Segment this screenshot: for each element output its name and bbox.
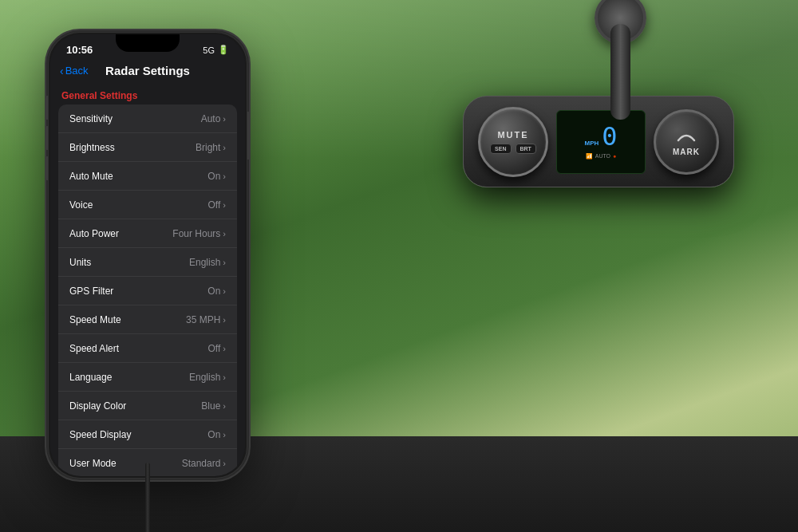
brt-button[interactable]: BRT: [516, 144, 536, 154]
radar-mount-assembly: MUTE SEN BRT MPH 0 📶 AUTO ●: [463, 96, 734, 187]
setting-label-units: Units: [69, 257, 91, 268]
chevron-right-icon: ›: [223, 258, 226, 267]
speed-display-area: MPH 0: [584, 124, 617, 150]
speed-value: 0: [602, 124, 617, 149]
phone-screen: 10:56 5G 🔋 ‹ Back Radar Settings: [50, 34, 245, 476]
setting-value-display-color: Blue ›: [201, 400, 226, 412]
setting-label-speed-mute: Speed Mute: [69, 314, 121, 325]
notch: [116, 34, 180, 52]
setting-label-brightness: Brightness: [69, 142, 115, 153]
power-button: [247, 112, 251, 160]
setting-value-speed-display: On ›: [207, 429, 226, 440]
setting-row-language[interactable]: Language English ›: [58, 363, 237, 392]
setting-value-speed-mute: 35 MPH ›: [186, 314, 226, 325]
setting-value-voice: Off ›: [208, 199, 226, 211]
setting-row-display-color[interactable]: Display Color Blue ›: [58, 392, 237, 420]
mute-label: MUTE: [497, 130, 528, 140]
setting-row-speed-mute[interactable]: Speed Mute 35 MPH ›: [58, 305, 237, 334]
back-label: Back: [65, 65, 89, 77]
chevron-right-icon: ›: [223, 229, 226, 238]
chevron-right-icon: ›: [223, 459, 226, 468]
setting-value-speed-alert: Off ›: [208, 343, 226, 354]
page-title: Radar Settings: [105, 64, 190, 77]
phone-device: 10:56 5G 🔋 ‹ Back Radar Settings: [48, 32, 247, 479]
setting-row-speed-display[interactable]: Speed Display On ›: [58, 420, 237, 449]
chevron-right-icon: ›: [223, 315, 226, 325]
radar-display: MPH 0 📶 AUTO ●: [556, 110, 646, 174]
phone-wrapper: 10:56 5G 🔋 ‹ Back Radar Settings: [48, 32, 247, 479]
settings-list: General Settings Sensitivity Auto › Brig…: [50, 84, 245, 476]
status-icons: 5G 🔋: [203, 45, 229, 55]
status-time: 10:56: [66, 44, 93, 56]
setting-row-speed-alert[interactable]: Speed Alert Off ›: [58, 334, 237, 363]
phone-screen-area: 10:56 5G 🔋 ‹ Back Radar Settings: [50, 34, 245, 476]
setting-label-speed-alert: Speed Alert: [69, 343, 119, 354]
volume-down-button: [45, 126, 48, 150]
back-button[interactable]: ‹ Back: [60, 65, 89, 77]
setting-value-units: English ›: [189, 257, 226, 268]
setting-row-voice[interactable]: Voice Off ›: [58, 191, 237, 219]
setting-row-units[interactable]: Units English ›: [58, 248, 237, 277]
setting-label-sensitivity: Sensitivity: [69, 113, 113, 124]
back-chevron-icon: ‹: [60, 65, 64, 77]
setting-label-auto-mute: Auto Mute: [69, 171, 113, 182]
setting-row-gps-filter[interactable]: GPS Filter On ›: [58, 277, 237, 305]
wifi-icon: 📶: [586, 153, 593, 160]
setting-value-sensitivity: Auto ›: [201, 113, 226, 124]
setting-value-auto-mute: On ›: [207, 171, 226, 182]
sen-brt-buttons: SEN BRT: [490, 144, 536, 154]
setting-label-voice: Voice: [69, 199, 93, 211]
mute-switch: [45, 156, 48, 180]
signal-label: 5G: [203, 45, 215, 55]
setting-label-language: Language: [69, 372, 112, 383]
setting-value-gps-filter: On ›: [207, 286, 226, 297]
auto-label: AUTO: [595, 153, 610, 160]
navigation-bar: ‹ Back Radar Settings: [50, 59, 245, 84]
chevron-right-icon: ›: [223, 401, 226, 411]
chevron-right-icon: ›: [223, 372, 226, 382]
volume-up-button: [45, 96, 48, 120]
mute-button[interactable]: MUTE SEN BRT: [478, 107, 548, 177]
chevron-right-icon: ›: [223, 344, 226, 353]
volume-buttons: [45, 96, 48, 180]
chevron-right-icon: ›: [223, 114, 226, 124]
sen-button[interactable]: SEN: [490, 144, 511, 154]
setting-value-brightness: Bright ›: [196, 142, 226, 153]
section-header: General Settings: [50, 84, 245, 104]
setting-value-language: English ›: [189, 372, 226, 383]
signal-dot: ●: [613, 153, 616, 160]
mark-label: MARK: [673, 148, 700, 156]
unit-label: MPH: [584, 140, 598, 147]
setting-row-sensitivity[interactable]: Sensitivity Auto ›: [58, 104, 237, 133]
setting-row-brightness[interactable]: Brightness Bright ›: [58, 133, 237, 162]
radar-unit: MUTE SEN BRT MPH 0 📶 AUTO ●: [463, 96, 734, 187]
battery-icon: 🔋: [218, 45, 229, 55]
setting-value-user-mode: Standard ›: [182, 458, 226, 469]
settings-group: Sensitivity Auto › Brightness Bright ›: [58, 104, 237, 476]
chevron-right-icon: ›: [223, 200, 226, 210]
chevron-right-icon: ›: [223, 143, 226, 152]
mark-button[interactable]: MARK: [654, 109, 719, 175]
setting-label-user-mode: User Mode: [69, 458, 117, 469]
setting-label-speed-display: Speed Display: [69, 429, 131, 440]
chevron-right-icon: ›: [223, 430, 226, 439]
setting-value-auto-power: Four Hours ›: [172, 228, 226, 239]
display-status-icons: 📶 AUTO ●: [586, 153, 617, 160]
mount-arm: [610, 24, 630, 120]
setting-label-gps-filter: GPS Filter: [69, 286, 113, 297]
chevron-right-icon: ›: [223, 171, 226, 181]
setting-row-auto-mute[interactable]: Auto Mute On ›: [58, 162, 237, 191]
setting-label-auto-power: Auto Power: [69, 228, 119, 239]
charging-cable: [145, 463, 150, 532]
setting-row-auto-power[interactable]: Auto Power Four Hours ›: [58, 219, 237, 248]
chevron-right-icon: ›: [223, 286, 226, 296]
mark-arc-icon: [677, 128, 696, 146]
setting-label-display-color: Display Color: [69, 400, 126, 412]
